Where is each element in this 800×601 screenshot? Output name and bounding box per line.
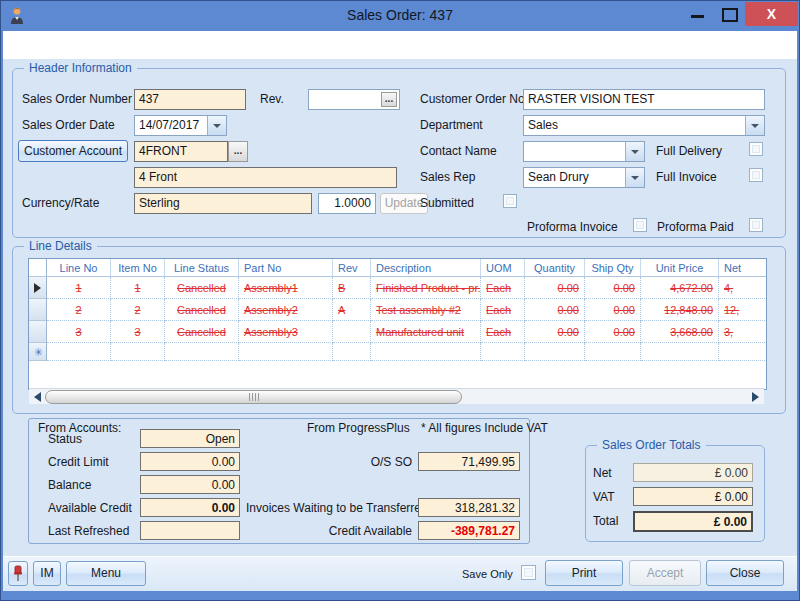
grid-cell-quantity[interactable]: 0.00 — [525, 299, 585, 321]
new-row-selector[interactable]: ✳ — [29, 343, 47, 361]
grid-cell-uom[interactable]: Each — [481, 321, 525, 343]
row-selector-header[interactable] — [29, 259, 47, 277]
grid-cell-unit-price[interactable]: 3,668.00 — [641, 321, 719, 343]
grid-cell-part-no[interactable]: Assembly1 — [239, 277, 333, 299]
column-header-uom[interactable]: UOM — [481, 259, 525, 277]
sales-rep-dropdown-button[interactable] — [625, 168, 644, 187]
row-selector[interactable] — [29, 277, 47, 299]
grid-cell-empty[interactable] — [239, 343, 333, 361]
grid-cell-empty[interactable] — [371, 343, 481, 361]
grid-cell-line-status[interactable]: Cancelled — [165, 277, 239, 299]
full-invoice-checkbox[interactable] — [749, 168, 763, 182]
close-window-button[interactable]: X — [745, 2, 798, 26]
grid-cell-empty[interactable] — [525, 343, 585, 361]
pin-button[interactable] — [8, 561, 28, 586]
grid-cell-part-no[interactable]: Assembly2 — [239, 299, 333, 321]
maximize-button[interactable] — [722, 8, 738, 22]
im-button[interactable]: IM — [33, 561, 61, 586]
close-button[interactable]: Close — [706, 560, 784, 586]
column-header-part-no[interactable]: Part No — [239, 259, 333, 277]
grid-cell-uom[interactable]: Each — [481, 277, 525, 299]
grid-cell-line-status[interactable]: Cancelled — [165, 321, 239, 343]
line-row[interactable]: 11CancelledAssembly1BFinished Product - … — [29, 277, 766, 299]
contact-name-select[interactable] — [523, 141, 645, 162]
line-row[interactable]: 22CancelledAssembly2ATest assembly #2Eac… — [29, 299, 766, 321]
grid-cell-rev[interactable] — [333, 321, 371, 343]
grid-cell-unit-price[interactable]: 4,672.00 — [641, 277, 719, 299]
column-header-line-status[interactable]: Line Status — [165, 259, 239, 277]
row-selector[interactable] — [29, 321, 47, 343]
grid-cell-rev[interactable]: B — [333, 277, 371, 299]
scroll-left-icon[interactable] — [34, 392, 41, 402]
grid-cell-line-status[interactable]: Cancelled — [165, 299, 239, 321]
grid-cell-description[interactable]: Test assembly #2 — [371, 299, 481, 321]
grid-cell-item-no[interactable]: 2 — [111, 299, 165, 321]
grid-cell-empty[interactable] — [111, 343, 165, 361]
proforma-invoice-checkbox[interactable] — [633, 218, 647, 232]
grid-horizontal-scrollbar[interactable] — [29, 388, 764, 404]
grid-cell-uom[interactable]: Each — [481, 299, 525, 321]
customer-account-field[interactable]: 4FRONT — [134, 141, 228, 162]
rev-browse-button[interactable]: ... — [381, 92, 397, 107]
grid-cell-empty[interactable] — [481, 343, 525, 361]
grid-cell-ship-qty[interactable]: 0.00 — [585, 277, 641, 299]
column-header-rev[interactable]: Rev — [333, 259, 371, 277]
accept-button[interactable]: Accept — [629, 560, 701, 586]
grid-cell-part-no[interactable]: Assembly3 — [239, 321, 333, 343]
line-row[interactable]: 33CancelledAssembly3Manufactured unitEac… — [29, 321, 766, 343]
customer-name-field[interactable]: 4 Front — [134, 167, 397, 188]
minimize-button[interactable] — [691, 15, 704, 18]
save-only-checkbox[interactable] — [521, 565, 536, 580]
column-header-net[interactable]: Net — [719, 259, 767, 277]
grid-cell-description[interactable]: Manufactured unit — [371, 321, 481, 343]
grid-cell-rev[interactable]: A — [333, 299, 371, 321]
row-selector[interactable] — [29, 299, 47, 321]
sales-rep-select[interactable]: Sean Drury — [523, 167, 645, 188]
menu-button[interactable]: Menu — [66, 561, 146, 586]
column-header-description[interactable]: Description — [371, 259, 481, 277]
grid-cell-empty[interactable] — [585, 343, 641, 361]
department-dropdown-button[interactable] — [745, 116, 764, 135]
grid-cell-empty[interactable] — [641, 343, 719, 361]
grid-cell-line-no[interactable]: 2 — [47, 299, 111, 321]
grid-cell-unit-price[interactable]: 12,848.00 — [641, 299, 719, 321]
sales-order-date-select[interactable]: 14/07/2017 — [134, 115, 227, 136]
column-header-item-no[interactable]: Item No — [111, 259, 165, 277]
contact-name-dropdown-button[interactable] — [625, 142, 644, 161]
line-details-grid[interactable]: Line NoItem NoLine StatusPart NoRevDescr… — [28, 258, 767, 390]
title-bar[interactable]: Sales Order: 437 X — [0, 0, 800, 30]
grid-cell-line-no[interactable]: 3 — [47, 321, 111, 343]
grid-cell-ship-qty[interactable]: 0.00 — [585, 321, 641, 343]
grid-cell-item-no[interactable]: 1 — [111, 277, 165, 299]
currency-field[interactable]: Sterling — [134, 193, 312, 214]
column-header-unit-price[interactable]: Unit Price — [641, 259, 719, 277]
scroll-right-icon[interactable] — [752, 392, 759, 402]
column-header-line-no[interactable]: Line No — [47, 259, 111, 277]
grid-cell-item-no[interactable]: 3 — [111, 321, 165, 343]
customer-account-browse-button[interactable]: ... — [228, 141, 248, 162]
scrollbar-thumb[interactable] — [45, 390, 462, 404]
submitted-checkbox[interactable] — [503, 194, 517, 208]
rate-field[interactable]: 1.0000 — [318, 193, 376, 214]
print-button[interactable]: Print — [545, 560, 623, 586]
grid-cell-line-no[interactable]: 1 — [47, 277, 111, 299]
customer-order-no-field[interactable]: RASTER VISION TEST — [523, 89, 765, 110]
department-select[interactable]: Sales — [523, 115, 765, 136]
grid-cell-ship-qty[interactable]: 0.00 — [585, 299, 641, 321]
grid-cell-description[interactable]: Finished Product - pr... — [371, 277, 481, 299]
grid-cell-empty[interactable] — [719, 343, 767, 361]
sales-order-number-field[interactable]: 437 — [134, 89, 246, 110]
column-header-ship-qty[interactable]: Ship Qty — [585, 259, 641, 277]
grid-cell-net[interactable]: 3, — [719, 321, 767, 343]
grid-cell-net[interactable]: 4, — [719, 277, 767, 299]
grid-cell-empty[interactable] — [47, 343, 111, 361]
new-line-row[interactable]: ✳ — [29, 343, 766, 361]
date-dropdown-button[interactable] — [207, 116, 226, 135]
grid-cell-empty[interactable] — [165, 343, 239, 361]
full-delivery-checkbox[interactable] — [749, 142, 763, 156]
customer-account-button[interactable]: Customer Account — [18, 140, 128, 162]
grid-cell-net[interactable]: 12, — [719, 299, 767, 321]
grid-cell-empty[interactable] — [333, 343, 371, 361]
proforma-paid-checkbox[interactable] — [749, 218, 763, 232]
column-header-quantity[interactable]: Quantity — [525, 259, 585, 277]
